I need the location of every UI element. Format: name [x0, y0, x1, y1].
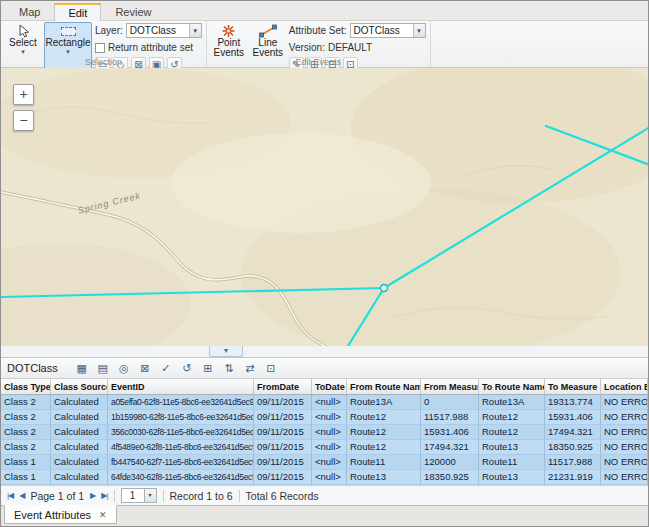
chevron-down-icon: ▾	[21, 48, 25, 55]
column-header-to-route-name[interactable]: To Route Name	[479, 379, 545, 394]
column-header-class-source[interactable]: Class Source	[51, 379, 108, 394]
point-events-icon	[221, 24, 236, 38]
table-row[interactable]: Class 2Calculateda05effa0-62f8-11e5-8bc6…	[1, 395, 648, 410]
table-cell: Calculated	[51, 470, 108, 485]
first-page-button[interactable]: |◀	[7, 491, 13, 500]
close-icon[interactable]: ✕	[99, 510, 107, 520]
separator	[114, 490, 115, 502]
chevron-down-icon: ▾	[66, 48, 70, 55]
last-page-button[interactable]: ▶|	[101, 491, 107, 500]
collapse-panel-button[interactable]: ▼	[209, 346, 243, 357]
table-cell: Route12	[347, 440, 421, 455]
table-cell: 09/11/2015	[254, 455, 312, 470]
selection-group-label: Selection	[1, 57, 206, 67]
table-cell: Route12	[347, 425, 421, 440]
column-header-location-error[interactable]: Location Error	[601, 379, 648, 394]
return-attribute-set-label: Return attribute set	[108, 42, 193, 53]
table-cell: 09/11/2015	[254, 440, 312, 455]
add-record-icon[interactable]: ⊞	[199, 360, 217, 377]
select-tool-label: Select	[9, 38, 37, 48]
tab-event-attributes[interactable]: Event Attributes ✕	[4, 505, 117, 524]
table-cell: Route11	[347, 455, 421, 470]
table-cell: 09/11/2015	[254, 425, 312, 440]
chevron-down-icon: ▾	[189, 24, 201, 37]
table-cell: 0	[421, 395, 479, 410]
table-cell: <null>	[312, 395, 347, 410]
column-header-from-measure[interactable]: From Measure	[421, 379, 479, 394]
column-header-fromdate[interactable]: FromDate	[254, 379, 312, 394]
column-header-class-type[interactable]: Class Type	[1, 379, 51, 394]
table-row[interactable]: Class 1Calculatedfb447540-62f7-11e5-8bc6…	[1, 455, 648, 470]
map-view[interactable]: Spring Creek + −	[1, 68, 648, 346]
table-cell: <null>	[312, 440, 347, 455]
save-edits-icon[interactable]: ✓	[157, 360, 175, 377]
layer-label: Layer:	[95, 25, 123, 36]
switch-selection-icon[interactable]: ⇄	[241, 360, 259, 377]
zoom-to-selection-icon[interactable]: ◎	[115, 360, 133, 377]
column-header-todate[interactable]: ToDate	[312, 379, 347, 394]
table-cell: 1b159980-62f8-11e5-8bc6-ee32641d5ec9	[108, 410, 254, 425]
terrain-shading	[171, 133, 431, 233]
column-header-to-measure[interactable]: To Measure	[545, 379, 601, 394]
table-cell: Calculated	[51, 425, 108, 440]
return-attribute-set-checkbox[interactable]	[95, 43, 105, 53]
table-row[interactable]: Class 1Calculated64fde340-62f8-11e5-8bc6…	[1, 470, 648, 485]
ribbon-tab-edit[interactable]: Edit	[54, 3, 101, 21]
table-cell: 64fde340-62f8-11e5-8bc6-ee32641d5ec9	[108, 470, 254, 485]
table-cell: Route13A	[479, 395, 545, 410]
table-cell: 18350.925	[421, 470, 479, 485]
zoom-control: + −	[13, 84, 34, 131]
layer-name-label: DOTClass	[7, 362, 58, 374]
next-page-button[interactable]: ▶	[90, 491, 95, 500]
clear-selection-icon[interactable]: ⊠	[136, 360, 154, 377]
table-cell: 4f5489e0-62f8-11e5-8bc6-ee32641d5ec9	[108, 440, 254, 455]
table-cell: 09/11/2015	[254, 395, 312, 410]
table-cell: Class 1	[1, 455, 51, 470]
table-cell: 18350.925	[545, 440, 601, 455]
ribbon-tab-map[interactable]: Map	[5, 2, 54, 20]
layer-dropdown-value: DOTClass	[127, 25, 189, 36]
table-cell: Class 2	[1, 410, 51, 425]
layer-dropdown[interactable]: DOTClass ▾	[126, 23, 202, 38]
separator	[163, 490, 164, 502]
ribbon-tab-review[interactable]: Review	[101, 2, 165, 20]
zoom-out-button[interactable]: −	[13, 110, 34, 131]
previous-page-button[interactable]: ◀	[19, 491, 24, 500]
table-options-icon[interactable]: ▦	[73, 360, 91, 377]
table-cell: NO ERROR	[601, 410, 648, 425]
page-number-input[interactable]: 1	[121, 488, 145, 503]
column-header-from-route-name[interactable]: From Route Name	[347, 379, 421, 394]
expand-panel-icon[interactable]: ⊡	[262, 360, 280, 377]
table-cell: <null>	[312, 410, 347, 425]
column-header-eventid[interactable]: EventID	[108, 379, 254, 394]
table-pagination: |◀ ◀ Page 1 of 1 ▶ ▶| 1 ▾ Record 1 to 6 …	[1, 485, 648, 505]
attribute-set-dropdown[interactable]: DOTClass ▾	[350, 23, 426, 38]
table-cell: NO ERROR	[601, 395, 648, 410]
sort-icon[interactable]: ⇅	[220, 360, 238, 377]
event-editor-window: MapEditReview Select ▾ Rectangle ▾	[0, 0, 649, 527]
panel-collapse-strip: ▼	[1, 346, 648, 358]
table-cell: Class 2	[1, 440, 51, 455]
route-vertex-marker[interactable]	[381, 285, 388, 292]
table-cell: Route13A	[347, 395, 421, 410]
refresh-icon[interactable]: ↺	[178, 360, 196, 377]
edit-events-group-label: Edit Events	[207, 57, 430, 67]
page-stepper[interactable]: ▾	[145, 488, 157, 503]
table-row[interactable]: Class 2Calculated1b159980-62f8-11e5-8bc6…	[1, 410, 648, 425]
table-cell: 15931.406	[421, 425, 479, 440]
table-cell: NO ERROR	[601, 425, 648, 440]
tab-label: Event Attributes	[14, 509, 91, 521]
table-cell: Calculated	[51, 395, 108, 410]
table-row[interactable]: Class 2Calculated356c0030-62f8-11e5-8bc6…	[1, 425, 648, 440]
table-cell: Calculated	[51, 455, 108, 470]
zoom-in-button[interactable]: +	[13, 84, 34, 105]
table-cell: NO ERROR	[601, 455, 648, 470]
event-panel-toolbar: DOTClass ▦▤◎⊠✓↺⊞⇅⇄⊡	[1, 358, 648, 379]
table-cell: Route12	[479, 425, 545, 440]
rectangle-select-icon	[61, 24, 76, 38]
separator	[239, 490, 240, 502]
line-events-icon	[259, 24, 277, 38]
show-selected-records-icon[interactable]: ▤	[94, 360, 112, 377]
total-records-label: Total 6 Records	[246, 490, 319, 502]
table-row[interactable]: Class 2Calculated4f5489e0-62f8-11e5-8bc6…	[1, 440, 648, 455]
